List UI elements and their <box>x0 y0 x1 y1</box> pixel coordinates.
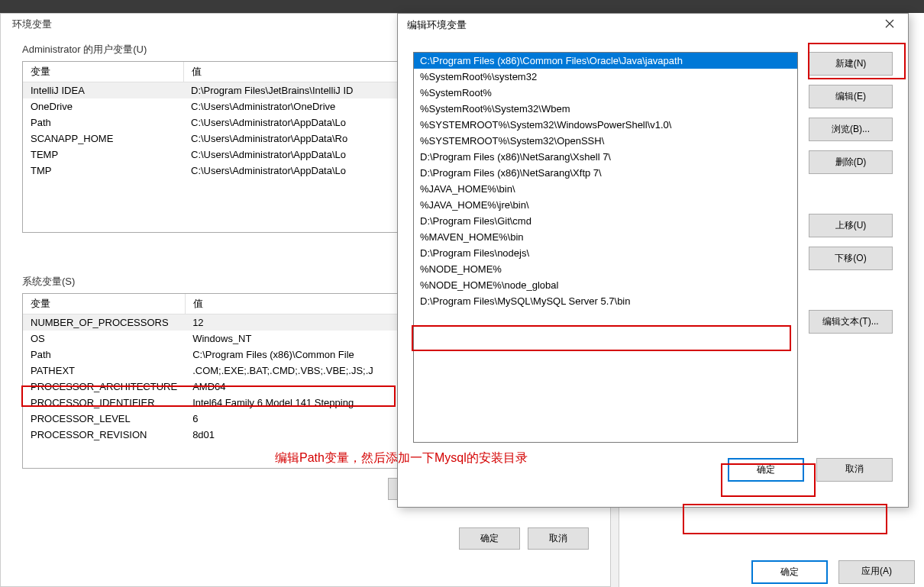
move-down-button[interactable]: 下移(O) <box>809 247 893 270</box>
edit-ok-button[interactable]: 确定 <box>728 458 804 482</box>
path-item[interactable]: %JAVA_HOME%\bin\ <box>414 181 797 197</box>
back-ok-button[interactable]: 确定 <box>459 527 520 550</box>
top-bar <box>0 0 924 13</box>
far-right-apply-button[interactable]: 应用(A) <box>838 560 915 584</box>
path-item[interactable]: D:\Program Files\Git\cmd <box>414 213 797 229</box>
path-item[interactable]: %NODE_HOME% <box>414 261 797 277</box>
far-right-ok-button[interactable]: 确定 <box>751 560 828 584</box>
path-item[interactable]: D:\Program Files (x86)\NetSarang\Xftp 7\ <box>414 165 797 181</box>
col-header-var[interactable]: 变量 <box>23 294 185 314</box>
edit-titlebar: 编辑环境变量 <box>398 14 908 37</box>
path-item[interactable]: D:\Program Files (x86)\NetSarang\Xshell … <box>414 149 797 165</box>
path-item[interactable]: %NODE_HOME%\node_global <box>414 277 797 293</box>
path-item[interactable]: %SYSTEMROOT%\System32\OpenSSH\ <box>414 133 797 149</box>
highlight-apply-area <box>683 504 887 534</box>
path-item[interactable]: %MAVEN_HOME%\bin <box>414 229 797 245</box>
browse-button[interactable]: 浏览(B)... <box>809 118 893 141</box>
path-item[interactable]: D:\Program Files\MySQL\MySQL Server 5.7\… <box>414 293 797 309</box>
close-button[interactable] <box>874 16 905 34</box>
path-item[interactable]: C:\Program Files (x86)\Common Files\Orac… <box>414 53 797 69</box>
path-item[interactable]: %SystemRoot%\system32 <box>414 69 797 85</box>
path-item[interactable]: %SYSTEMROOT%\System32\WindowsPowerShell\… <box>414 117 797 133</box>
path-item[interactable]: %JAVA_HOME%\jre\bin\ <box>414 197 797 213</box>
move-up-button[interactable]: 上移(U) <box>809 214 893 237</box>
edit-button[interactable]: 编辑(E) <box>809 85 893 108</box>
close-icon <box>885 19 894 28</box>
path-item[interactable]: %SystemRoot% <box>414 85 797 101</box>
edit-text-button[interactable]: 编辑文本(T)... <box>809 310 893 334</box>
annotation-text: 编辑Path变量，然后添加一下Mysql的安装目录 <box>275 450 528 466</box>
edit-env-var-dialog: 编辑环境变量 C:\Program Files (x86)\Common Fil… <box>397 13 909 508</box>
delete-button[interactable]: 删除(D) <box>809 150 893 174</box>
edit-dialog-title: 编辑环境变量 <box>407 18 467 32</box>
new-button[interactable]: 新建(N) <box>809 52 893 76</box>
edit-cancel-button[interactable]: 取消 <box>816 458 893 482</box>
path-item[interactable]: %SystemRoot%\System32\Wbem <box>414 101 797 117</box>
path-item[interactable]: D:\Program Files\nodejs\ <box>414 245 797 261</box>
path-list[interactable]: C:\Program Files (x86)\Common Files\Orac… <box>413 52 798 443</box>
back-cancel-button[interactable]: 取消 <box>528 527 589 550</box>
col-header-var[interactable]: 变量 <box>23 62 183 82</box>
